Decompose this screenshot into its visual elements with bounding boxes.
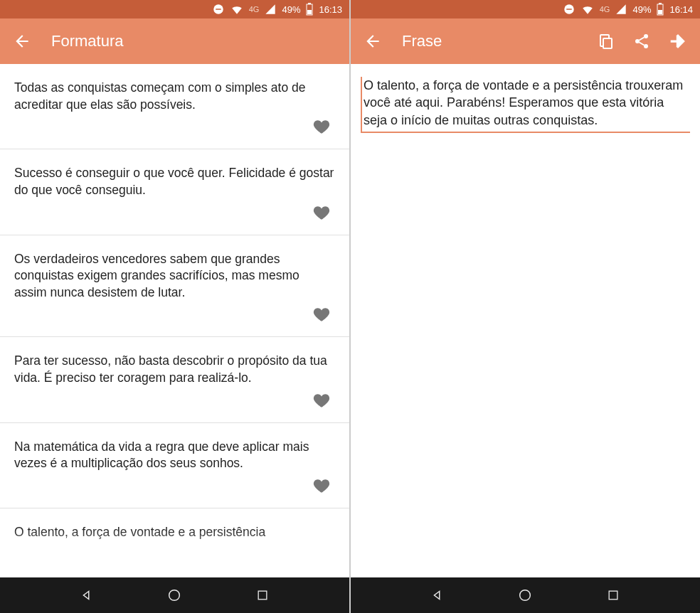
battery-label: 49%: [632, 4, 651, 15]
dnd-icon: [563, 3, 576, 16]
quote-text: Todas as conquistas começam com o simple…: [14, 80, 335, 113]
forward-button[interactable]: [669, 32, 687, 50]
list-item[interactable]: Todas as conquistas começam com o simple…: [0, 64, 349, 149]
back-button[interactable]: [13, 32, 31, 50]
quote-text: Para ter sucesso, não basta descobrir o …: [14, 353, 335, 386]
quote-text: Sucesso é conseguir o que você quer. Fel…: [14, 165, 335, 198]
page-title: Formatura: [51, 32, 123, 50]
nav-back-button[interactable]: [423, 581, 452, 609]
signal-icon: [265, 4, 276, 15]
svg-rect-4: [307, 10, 312, 14]
nav-recent-button[interactable]: [599, 581, 627, 609]
app-bar: Frase: [351, 18, 700, 64]
navigation-bar: [0, 577, 349, 613]
svg-point-16: [520, 590, 531, 601]
quote-list[interactable]: Todas as conquistas começam com o simple…: [0, 64, 349, 577]
phone-left: 4G 49% 16:13 Formatura Todas as conquist…: [0, 0, 349, 613]
back-button[interactable]: [364, 32, 382, 50]
svg-rect-17: [609, 591, 617, 599]
clock-label: 16:13: [319, 4, 342, 15]
svg-rect-3: [308, 3, 311, 4]
quote-detail: O talento, a força de vontade e a persis…: [351, 64, 700, 577]
svg-point-15: [644, 44, 648, 48]
nav-home-button[interactable]: [160, 581, 189, 609]
list-item[interactable]: Os verdadeiros vencedores sabem que gran…: [0, 235, 349, 337]
signal-icon: [615, 4, 627, 15]
svg-point-5: [169, 590, 180, 601]
quote-text: Os verdadeiros vencedores sabem que gran…: [14, 251, 335, 302]
quote-text-editable[interactable]: O talento, a força de vontade e a persis…: [361, 77, 690, 133]
battery-label: 49%: [282, 4, 300, 15]
heart-icon[interactable]: [312, 391, 331, 410]
nav-home-button[interactable]: [511, 581, 539, 609]
status-bar: 4G 49% 16:13: [0, 0, 349, 18]
svg-rect-11: [658, 10, 662, 14]
status-bar: 4G 49% 16:14: [351, 0, 700, 18]
battery-icon: [306, 3, 313, 16]
heart-icon[interactable]: [312, 305, 331, 324]
heart-icon[interactable]: [312, 476, 331, 495]
svg-rect-10: [659, 3, 662, 4]
list-item[interactable]: Para ter sucesso, não basta descobrir o …: [0, 336, 349, 422]
battery-icon: [657, 3, 664, 16]
svg-point-14: [635, 39, 640, 43]
navigation-bar: [351, 577, 700, 613]
list-item[interactable]: O talento, a força de vontade e a persis…: [0, 508, 349, 547]
nav-recent-button[interactable]: [248, 581, 277, 609]
network-label: 4G: [249, 5, 260, 14]
page-title: Frase: [402, 32, 442, 50]
network-label: 4G: [600, 5, 610, 14]
nav-back-button[interactable]: [73, 581, 101, 609]
quote-text: Na matemática da vida a regra que deve a…: [14, 439, 335, 472]
copy-button[interactable]: [598, 33, 615, 50]
quote-text: O talento, a força de vontade e a persis…: [14, 524, 335, 541]
heart-icon[interactable]: [312, 203, 331, 222]
svg-rect-1: [216, 9, 221, 10]
svg-rect-12: [603, 38, 612, 48]
list-item[interactable]: Sucesso é conseguir o que você quer. Fel…: [0, 149, 349, 234]
svg-point-13: [644, 34, 648, 38]
wifi-icon: [581, 3, 594, 16]
dnd-icon: [212, 3, 225, 16]
share-button[interactable]: [633, 33, 650, 50]
phone-right: 4G 49% 16:14 Frase O talento, a força de: [351, 0, 700, 613]
clock-label: 16:14: [669, 4, 693, 15]
list-item[interactable]: Na matemática da vida a regra que deve a…: [0, 422, 349, 508]
wifi-icon: [230, 3, 243, 16]
app-bar: Formatura: [0, 18, 349, 64]
svg-rect-6: [258, 591, 267, 599]
svg-rect-8: [566, 9, 572, 10]
heart-icon[interactable]: [312, 117, 331, 136]
